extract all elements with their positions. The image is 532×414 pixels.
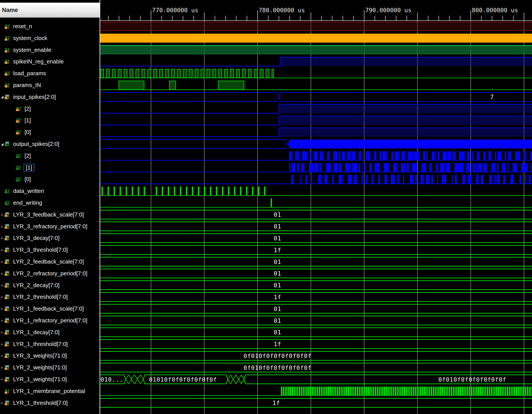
signal-row-LYR-1-threshold-7-0-27[interactable]: ▸LYR_1_threshold[7:0] [0,340,100,349]
signal-row-LYR-1-membrane-potential-31[interactable]: LYR_1_membrane_potential [0,387,100,396]
signal-row-0-13[interactable]: [0] [0,175,111,184]
signal-label[interactable]: LYR_3_weights[71:0] [12,352,68,359]
signal-label[interactable]: LYR_3_decay[7:0] [12,235,60,241]
signal-row-LYR-1-weights-71-0-30[interactable]: ▸LYR_1_weights[71:0] [0,375,100,384]
signal-label[interactable]: reset_n [12,23,33,30]
signal-label[interactable]: LYR_1_weights[71:0] [12,376,68,383]
expand-icon[interactable]: ▸ [0,248,4,252]
signal-row-LYR-1-threshold-7-0-32[interactable]: ▸LYR_1_threshold[7:0] [0,398,100,407]
signal-row-LYR-3-weights-71-0-28[interactable]: ▸LYR_3_weights[71:0] [0,351,100,360]
signal-label[interactable]: LYR_1_threshold[7:0] [12,341,69,348]
signal-label[interactable]: end_writing [12,199,43,206]
wave-LYR-3-decay-7-0-18: 01 [100,234,532,243]
signal-row-load-params-4[interactable]: load_params [0,69,100,78]
port-orange-icon [4,82,10,88]
signal-row-LYR-1-decay-7-0-26[interactable]: ▸LYR_1_decay[7:0] [0,328,100,337]
signal-label[interactable]: LYR_1_decay[7:0] [12,329,60,336]
signal-label[interactable]: [2] [24,105,32,112]
expand-icon[interactable]: ▸ [0,353,4,358]
signal-label[interactable]: LYR_1_refractory_period[7:0] [12,317,88,324]
signal-label[interactable]: LYR_3_refractory_period[7:0] [12,223,88,230]
names-header[interactable]: Name [0,3,100,18]
scalar-orange-icon [4,47,10,53]
signal-label[interactable]: LYR_2_feedback_scale[7:0] [12,258,85,265]
expand-icon[interactable]: ▸ [0,401,4,405]
expand-icon[interactable]: ▸ [0,377,4,382]
signal-row-LYR-2-decay-7-0-22[interactable]: ▸LYR_2_decay[7:0] [0,281,100,290]
signal-label[interactable]: system_enable [12,46,52,53]
signal-label[interactable]: LYR_1_threshold[7:0] [12,400,69,406]
signal-label[interactable]: LYR_3_feedback_scale[7:0] [12,211,85,218]
expand-icon[interactable]: ▸ [0,318,4,323]
panel-splitter[interactable] [100,0,100,414]
signal-row-LYR-2-threshold-7-0-23[interactable]: ▸LYR_2_threshold[7:0] [0,292,100,301]
signal-row-LYR-2-feedback-scale-7-0-20[interactable]: ▸LYR_2_feedback_scale[7:0] [0,257,100,266]
expand-icon[interactable]: ▸ [0,212,4,217]
collapse-icon[interactable]: ◢ [0,142,4,146]
wave-1-12 [100,163,532,172]
expand-icon[interactable]: ▸ [0,283,4,288]
signal-label[interactable]: LYR_2_decay[7:0] [12,282,60,289]
signal-label[interactable]: LYR_1_feedback_scale[7:0] [12,305,85,312]
signal-label[interactable]: [0] [24,176,32,183]
signal-row-data-written-14[interactable]: data_written [0,186,100,195]
signal-row-LYR-3-decay-7-0-18[interactable]: ▸LYR_3_decay[7:0] [0,234,100,243]
signal-row-LYR-3-refractory-period-7-0-17[interactable]: ▸LYR_3_refractory_period[7:0] [0,222,100,231]
expand-icon[interactable]: ▸ [0,330,4,335]
signal-label[interactable]: system_clock [12,35,48,42]
signal-label[interactable]: [2] [24,152,32,159]
expand-icon[interactable]: ▸ [0,224,4,229]
signal-row-system-enable-2[interactable]: system_enable [0,46,100,55]
signal-label[interactable]: data_written [12,188,45,194]
signal-label[interactable]: LYR_3_threshold[7:0] [12,247,69,253]
expand-icon[interactable]: ▸ [0,294,4,299]
wave-LYR-3-feedback-scale-7-0-16: 01 [100,210,532,219]
port-orange-icon [16,106,22,112]
signal-label[interactable]: [1] [24,117,32,124]
signal-label[interactable]: load_params [12,70,47,77]
signal-row-end-writing-15[interactable]: end_writing [0,198,100,207]
expand-icon[interactable]: ▸ [0,271,4,276]
bus-orange-icon [4,353,10,359]
signal-label[interactable]: LYR_2_weights[71:0] [12,364,68,371]
collapse-icon[interactable]: ◢ [0,95,4,99]
signal-row-LYR-2-weights-71-0-29[interactable]: ▸LYR_2_weights[71:0] [0,363,100,372]
signal-row-input-spikes-2-0-6[interactable]: ◢input_spikes[2:0] [0,92,100,101]
expand-icon[interactable]: ▸ [0,259,4,264]
wave-LYR-1-threshold-7-0-32: 1f [100,398,532,407]
signal-row-1-12[interactable]: [1] [0,163,111,172]
signal-row-spikeIN-reg-enable-3[interactable]: spikeIN_reg_enable [0,57,100,66]
signal-row-2-11[interactable]: [2] [0,151,111,160]
signal-label[interactable]: params_IN [12,82,42,89]
signal-row-system-clock-1[interactable]: system_clock [0,34,100,43]
time-ruler[interactable]: 770.000000 us780.000000 us790.000000 us8… [100,7,532,20]
expand-icon[interactable]: ▸ [0,365,4,370]
scalar-orange-icon [4,23,10,29]
signal-label[interactable]: [0] [24,129,32,136]
signal-label[interactable]: LYR_2_threshold[7:0] [12,294,69,300]
signal-label[interactable]: output_spikes[2:0] [12,141,60,147]
signal-row-reset-n-0[interactable]: reset_n [0,22,100,31]
signal-row-output-spikes-2-0-10[interactable]: ◢output_spikes[2:0] [0,139,100,148]
signal-label[interactable]: LYR_2_refractory_period[7:0] [12,270,88,277]
bus-value: 7 [490,94,494,100]
wave-end-writing-15 [100,198,532,207]
signal-row-1-8[interactable]: [1] [0,116,111,125]
signal-label[interactable]: [1] [24,164,34,171]
signal-row-0-9[interactable]: [0] [0,128,111,137]
signal-row-params-IN-5[interactable]: params_IN [0,81,100,90]
signal-row-LYR-1-feedback-scale-7-0-24[interactable]: ▸LYR_1_feedback_scale[7:0] [0,304,100,313]
bus-value: 0f010f0f0f0f0f0f0f [244,353,312,359]
signal-label[interactable]: LYR_1_membrane_potential [12,388,86,395]
signal-label[interactable]: input_spikes[2:0] [12,94,57,100]
signal-row-LYR-2-refractory-period-7-0-21[interactable]: ▸LYR_2_refractory_period[7:0] [0,269,100,278]
signal-label[interactable]: spikeIN_reg_enable [12,58,65,65]
signal-row-LYR-1-refractory-period-7-0-25[interactable]: ▸LYR_1_refractory_period[7:0] [0,316,100,325]
expand-icon[interactable]: ▸ [0,236,4,240]
signal-row-2-7[interactable]: [2] [0,104,111,113]
signal-row-LYR-3-feedback-scale-7-0-16[interactable]: ▸LYR_3_feedback_scale[7:0] [0,210,100,219]
wave-LYR-2-feedback-scale-7-0-20: 01 [100,257,532,266]
expand-icon[interactable]: ▸ [0,342,4,346]
expand-icon[interactable]: ▸ [0,306,4,311]
signal-row-LYR-3-threshold-7-0-19[interactable]: ▸LYR_3_threshold[7:0] [0,245,100,254]
